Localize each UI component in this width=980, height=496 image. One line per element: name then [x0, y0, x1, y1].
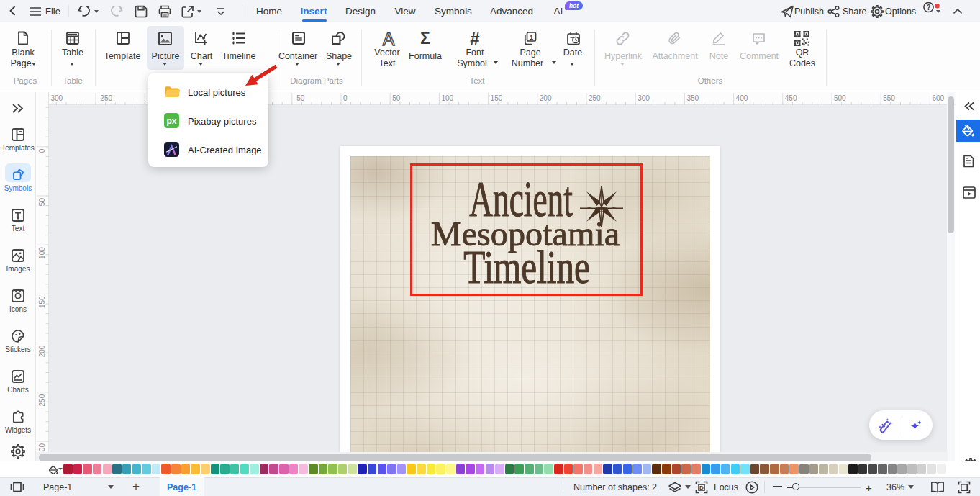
- svg-text:150: 150: [491, 94, 503, 102]
- svg-text:200: 200: [540, 94, 552, 102]
- svg-text:px: px: [166, 116, 176, 126]
- svg-text:450: 450: [785, 94, 797, 102]
- svg-text:D: D: [699, 484, 704, 491]
- svg-text:250: 250: [589, 94, 601, 102]
- svg-text:350: 350: [686, 94, 699, 102]
- svg-text:-50: -50: [294, 94, 305, 102]
- svg-text:100: 100: [441, 94, 453, 102]
- svg-text:300: 300: [51, 94, 63, 102]
- svg-text:50: 50: [38, 198, 46, 207]
- svg-text:500: 500: [834, 94, 846, 102]
- svg-text:100: 100: [38, 247, 46, 259]
- svg-text:0: 0: [38, 148, 46, 153]
- svg-text:0: 0: [343, 94, 348, 102]
- svg-text:550: 550: [883, 94, 895, 102]
- svg-text:400: 400: [736, 94, 748, 102]
- svg-text:-250: -250: [98, 94, 112, 102]
- svg-text:250: 250: [38, 394, 46, 406]
- svg-text:50: 50: [392, 94, 401, 102]
- svg-text:600: 600: [932, 94, 944, 102]
- svg-text:150: 150: [38, 296, 46, 308]
- svg-text:200: 200: [38, 345, 46, 357]
- svg-text:300: 300: [638, 94, 650, 102]
